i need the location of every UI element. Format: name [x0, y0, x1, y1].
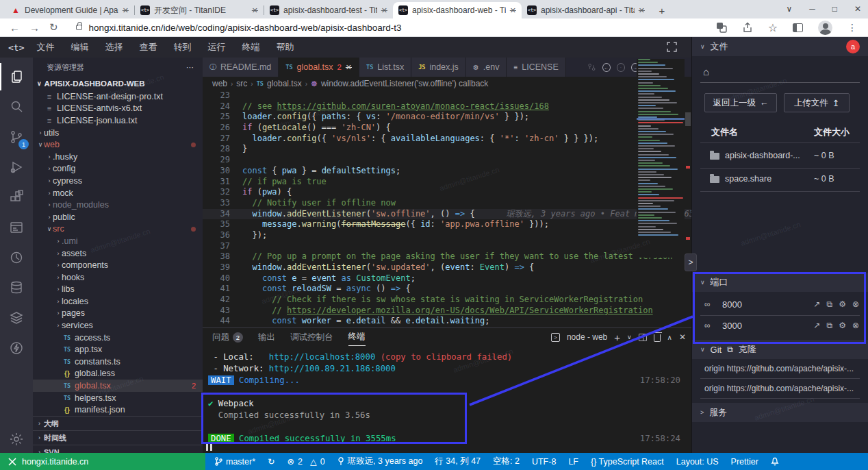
tree-item[interactable]: ›hooks — [33, 271, 203, 284]
browser-tab[interactable]: ▲Development Guide | Apache✕ — [5, 2, 134, 18]
tree-item[interactable]: ›config — [33, 163, 203, 175]
language-mode[interactable]: {} TypeScript React — [591, 457, 664, 467]
tree-item[interactable]: ›libs — [33, 284, 203, 296]
gear-icon[interactable]: ⚙ — [839, 321, 846, 330]
remote-indicator[interactable]: hongxi.titanide.cn — [0, 453, 205, 470]
settings-gear-icon[interactable] — [0, 425, 33, 453]
panel-tab-终端[interactable]: 终端 — [348, 328, 366, 346]
maximize-icon[interactable]: □ — [832, 4, 837, 14]
tree-item[interactable]: ›.umi — [33, 235, 203, 247]
tree-item[interactable]: ≡LICENSE-json.lua.txt — [33, 114, 203, 127]
close-circle-icon[interactable]: ⊗ — [852, 299, 859, 309]
tree-item[interactable]: ›components — [33, 259, 203, 271]
browser-tab[interactable]: <t>apisix-dashboard-web - TitanID✕ — [393, 2, 522, 18]
tree-item[interactable]: ›pages — [33, 308, 203, 320]
menu-item[interactable]: 编辑 — [71, 41, 88, 53]
breadcrumb-item[interactable]: window.addEventListener('sw.offline') ca… — [321, 79, 489, 88]
blame-status[interactable]: 琚致远, 3 years ago — [337, 456, 423, 467]
tree-item[interactable]: {}global.less — [33, 368, 203, 380]
browser-tab[interactable]: <t>开发空间 - TitanIDE✕ — [135, 2, 264, 18]
tab-close-icon[interactable]: ✕ — [123, 6, 129, 15]
fullscreen-icon[interactable] — [667, 42, 677, 52]
profile-avatar[interactable] — [818, 21, 832, 35]
tree-item[interactable]: ∨src — [33, 223, 203, 236]
compare-changes-icon[interactable] — [587, 62, 596, 72]
file-table-row[interactable]: space.share~ 0 B — [692, 169, 868, 191]
tree-item[interactable]: ›locales — [33, 295, 203, 308]
upload-file-button[interactable]: 上传文件↥ — [784, 93, 850, 112]
browser-tab[interactable]: <t>apisix-dashboard-api - TitanID✕ — [522, 2, 650, 18]
search-icon[interactable] — [0, 93, 33, 121]
translate-icon[interactable] — [716, 22, 727, 33]
git-remote-row[interactable]: origin https://github.com/apache/apisix-… — [704, 384, 859, 393]
run-debug-icon[interactable] — [0, 153, 33, 181]
open-external-icon[interactable]: ↗ — [814, 321, 821, 330]
port-row[interactable]: ∞8000↗⧉⚙⊗ — [692, 295, 868, 315]
breadcrumb-item[interactable]: global.tsx — [267, 79, 302, 88]
copy-icon[interactable]: ⧉ — [827, 321, 833, 330]
panel-tab-调试控制台[interactable]: 调试控制台 — [290, 328, 333, 346]
nav-back-icon[interactable]: ← — [602, 63, 611, 72]
tab-close-icon[interactable]: ✕ — [639, 6, 645, 15]
panel-expand-toggle[interactable]: > — [685, 253, 697, 271]
editor-tab[interactable]: ≡LICENSE — [507, 58, 565, 77]
tab-search-icon[interactable]: ∨ — [786, 4, 792, 14]
notification-badge[interactable]: a — [846, 40, 860, 53]
minimize-icon[interactable]: ─ — [809, 4, 815, 14]
encoding-status[interactable]: UTF-8 — [532, 457, 556, 467]
tree-item[interactable]: TSaccess.ts — [33, 332, 203, 344]
tree-root[interactable]: ∨ APISIX-DASHBOARD-WEB — [33, 77, 203, 90]
home-icon[interactable]: ⌂ — [703, 66, 709, 77]
tree-item[interactable]: {}manifest.json — [33, 404, 203, 416]
menu-item[interactable]: 文件 — [36, 41, 54, 53]
browser-menu-icon[interactable]: ⋮ — [847, 22, 857, 33]
git-branch-status[interactable]: master* — [215, 457, 255, 467]
side-panel-icon[interactable] — [793, 23, 803, 32]
new-terminal-icon[interactable]: + — [614, 332, 620, 343]
git-clone-section-header[interactable]: ∨ Git ⧉ 克隆 — [692, 340, 868, 359]
tree-item[interactable]: ›public — [33, 211, 203, 223]
port-row[interactable]: ∞3000↗⧉⚙⊗ — [692, 316, 868, 336]
copy-icon[interactable]: ⧉ — [827, 299, 833, 309]
editor-tab[interactable]: TSList.tsx — [359, 58, 411, 77]
editor-tab[interactable]: JSindex.js — [411, 58, 466, 77]
cursor-position[interactable]: 行 34, 列 47 — [435, 456, 481, 467]
panel-tab-问题[interactable]: 问题2 — [212, 328, 243, 346]
menu-item[interactable]: 转到 — [173, 41, 191, 53]
terminal-instance-label[interactable]: node - web — [567, 332, 607, 342]
ports-section-header[interactable]: ∨ 端口 — [692, 273, 868, 292]
problems-status[interactable]: ⊗2 △0 — [288, 456, 325, 467]
history-icon[interactable] — [0, 244, 33, 271]
reload-icon[interactable]: ↻ — [49, 21, 58, 34]
tree-item[interactable]: ›services — [33, 319, 203, 332]
formatter-status[interactable]: Prettier — [731, 457, 758, 467]
services-section-header[interactable]: > 服务 — [692, 403, 868, 422]
files-section-header[interactable]: ∨ 文件 — [692, 37, 868, 56]
menu-item[interactable]: 帮助 — [276, 41, 294, 53]
new-tab-icon[interactable]: + — [654, 3, 669, 18]
close-circle-icon[interactable]: ⊗ — [852, 321, 859, 330]
menu-item[interactable]: 选择 — [105, 41, 123, 53]
tree-item[interactable]: TSapp.tsx — [33, 343, 203, 356]
explorer-icon[interactable] — [0, 63, 33, 90]
database-icon[interactable] — [0, 274, 33, 301]
window-close-icon[interactable]: ✕ — [854, 4, 861, 14]
minimap[interactable] — [637, 59, 685, 258]
browser-tab[interactable]: <t>apisix-dashboard-test - TitanID✕ — [264, 2, 393, 18]
tree-item[interactable]: TShelpers.tsx — [33, 392, 203, 404]
open-external-icon[interactable]: ↗ — [814, 299, 821, 309]
breadcrumb[interactable]: web›src›TSglobal.tsx›☸window.addEventLis… — [203, 77, 691, 90]
sidebar-section-大纲[interactable]: ›大纲 — [33, 416, 203, 430]
menu-item[interactable]: 终端 — [242, 41, 259, 53]
menu-item[interactable]: 查看 — [139, 41, 157, 53]
tree-item[interactable]: ›.husky — [33, 151, 203, 163]
editor-tab[interactable]: TSglobal.tsx2✕ — [279, 58, 359, 77]
share-icon[interactable] — [742, 22, 753, 33]
tree-item[interactable]: ›assets — [33, 247, 203, 260]
sidebar-section-SVN[interactable]: ›SVN — [33, 445, 203, 453]
tree-item[interactable]: ≡LICENSE-antvis-x6.txt — [33, 103, 203, 115]
bookmark-star-icon[interactable]: ☆ — [768, 21, 778, 34]
editor-tab[interactable]: ⚙.env — [466, 58, 507, 77]
maximize-panel-icon[interactable]: ∧ — [667, 334, 672, 341]
tree-item[interactable]: ≡LICENSE-ant-design-pro.txt — [33, 90, 203, 103]
